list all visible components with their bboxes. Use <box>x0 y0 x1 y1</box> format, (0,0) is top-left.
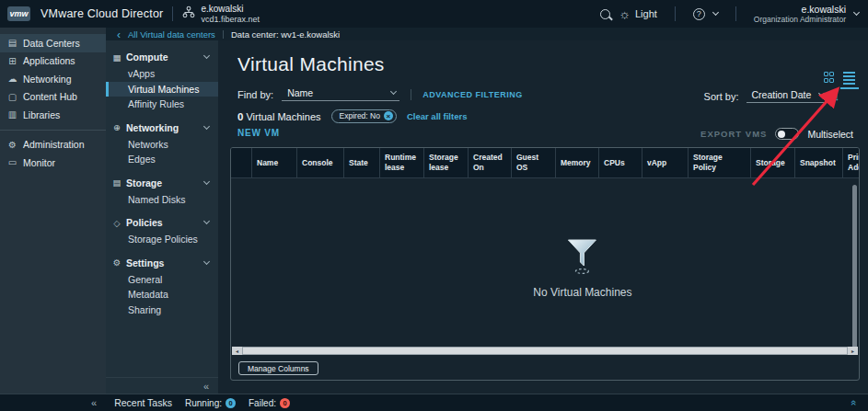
data-centers-icon: ▤ <box>7 38 17 48</box>
tree-item-virtual-machines[interactable]: Virtual Machines <box>106 82 218 97</box>
column-header-label: Name <box>257 158 278 168</box>
tree-item-edges[interactable]: Edges <box>106 152 218 167</box>
recent-tasks-bar: Recent Tasks Running: 0 Failed: 0 <box>0 394 868 411</box>
column-header-empty[interactable] <box>231 148 252 177</box>
settings-gear-icon: ⚙ <box>112 257 122 268</box>
column-header-name[interactable]: Name <box>252 148 297 177</box>
sort-by-select[interactable]: Creation Date <box>746 89 827 103</box>
sidebar-item-content-hub[interactable]: ▢Content Hub <box>0 88 106 107</box>
tree-section-label: Storage <box>126 177 200 188</box>
breadcrumb-back-icon[interactable] <box>117 26 121 42</box>
breadcrumb-divider <box>223 30 224 39</box>
column-header-storage[interactable]: Storage <box>751 148 795 177</box>
chevron-down-icon <box>203 257 210 264</box>
grid-view-icon[interactable] <box>824 72 835 83</box>
tree-item-affinity-rules[interactable]: Affinity Rules <box>106 97 218 112</box>
column-header-state[interactable]: State <box>344 148 380 177</box>
tree-item-networks[interactable]: Networks <box>106 137 218 153</box>
column-header-console[interactable]: Console <box>297 148 344 177</box>
collapse-sidebar-icon[interactable] <box>203 381 209 392</box>
divider <box>411 89 411 100</box>
find-by-select[interactable]: Name <box>282 87 399 101</box>
scroll-right-button[interactable] <box>848 347 858 355</box>
column-header-primary-ip-address[interactable]: Primary IP Address <box>843 148 859 177</box>
manage-columns-button[interactable]: Manage Columns <box>238 361 318 375</box>
column-header-vapp[interactable]: vApp <box>642 148 689 177</box>
content-hub-icon: ▢ <box>7 92 17 102</box>
tree-item-storage-policies[interactable]: Storage Policies <box>106 232 218 247</box>
filter-chip-expired[interactable]: Expired: No <box>331 109 397 123</box>
sidebar-item-data-centers[interactable]: ▤Data Centers <box>0 34 106 52</box>
column-header-storage-policy[interactable]: Storage Policy <box>689 148 751 177</box>
search-icon[interactable] <box>600 9 610 19</box>
tree-item-metadata[interactable]: Metadata <box>106 287 218 303</box>
failed-count-badge[interactable]: 0 <box>280 398 290 408</box>
primary-sidebar: ▤Data Centers⊞Applications☁Networking▢Co… <box>0 28 106 394</box>
chevron-down-icon <box>203 52 210 59</box>
column-header-memory[interactable]: Memory <box>556 148 599 177</box>
sidebar-item-libraries[interactable]: ▥Libraries <box>0 106 106 124</box>
breadcrumb-back-link[interactable]: All Virtual data centers <box>128 29 215 40</box>
user-menu-chevron-down-icon[interactable] <box>853 9 860 16</box>
export-vms-button[interactable]: EXPORT VMS <box>700 129 767 139</box>
tree-section-compute[interactable]: ▦Compute <box>106 48 218 66</box>
tree-item-general[interactable]: General <box>106 272 218 288</box>
vmware-logo[interactable]: vmw <box>7 6 30 21</box>
scrollbar-thumb[interactable] <box>242 347 848 355</box>
view-toggle <box>824 72 856 89</box>
theme-sun-icon[interactable] <box>619 6 631 22</box>
vertical-scrollbar[interactable] <box>852 185 857 350</box>
user-menu[interactable]: e.kowalski Organization Administrator <box>754 4 846 25</box>
vm-table-card: NameConsoleStateRuntime leaseStorage lea… <box>230 147 860 381</box>
sidebar-item-monitor[interactable]: ▭Monitor <box>0 154 106 172</box>
list-view-toggle[interactable] <box>843 72 855 89</box>
sidebar-item-networking[interactable]: ☁Networking <box>0 70 106 88</box>
theme-toggle-label[interactable]: Light <box>635 8 657 19</box>
help-chevron-down-icon[interactable] <box>712 9 719 16</box>
column-header-guest-os[interactable]: Guest OS <box>512 148 556 177</box>
column-header-snapshot[interactable]: Snapshot <box>795 148 843 177</box>
tree-section-networking[interactable]: ⊕Networking <box>106 119 218 137</box>
org-context[interactable]: e.kowalski vcd1.fiberax.net <box>201 4 260 25</box>
rail-divider <box>0 130 106 131</box>
horizontal-scrollbar[interactable] <box>232 347 858 355</box>
expand-tasks-icon[interactable] <box>849 400 860 405</box>
remove-filter-icon[interactable] <box>384 111 393 120</box>
tree-item-vapps[interactable]: vApps <box>106 66 218 82</box>
tree-item-named-disks[interactable]: Named Disks <box>106 192 218 208</box>
find-by-value: Name <box>287 87 313 98</box>
empty-state: No Virtual Machines <box>533 238 631 299</box>
failed-label: Failed: <box>249 398 276 408</box>
running-count-badge[interactable]: 0 <box>226 398 236 408</box>
recent-tasks-title[interactable]: Recent Tasks <box>114 397 172 408</box>
tree-section-storage[interactable]: ▤Storage <box>106 174 218 192</box>
clear-all-filters-link[interactable]: Clear all filters <box>407 111 467 121</box>
tree-section-settings[interactable]: ⚙Settings <box>106 254 218 272</box>
chevron-down-icon <box>203 122 210 129</box>
tree-item-sharing[interactable]: Sharing <box>106 303 218 318</box>
column-header-created-on[interactable]: Created On <box>469 148 512 177</box>
sidebar-item-administration[interactable]: ⚙Administration <box>0 136 106 154</box>
advanced-filtering-link[interactable]: ADVANCED FILTERING <box>422 90 523 99</box>
column-header-label: Storage Policy <box>693 153 746 172</box>
sort-direction-icon[interactable] <box>835 91 840 102</box>
sidebar-item-applications[interactable]: ⊞Applications <box>0 52 106 71</box>
tree-section-policies[interactable]: ◇Policies <box>106 213 218 232</box>
column-header-storage-lease[interactable]: Storage lease <box>424 148 469 177</box>
column-header-runtime-lease[interactable]: Runtime lease <box>380 148 424 177</box>
column-header-label: Snapshot <box>800 158 836 168</box>
help-icon[interactable] <box>693 8 705 20</box>
scroll-left-button[interactable] <box>232 347 242 355</box>
user-name: e.kowalski <box>754 4 846 16</box>
column-header-label: CPUs <box>604 158 625 168</box>
compute-grid-icon: ▦ <box>112 52 122 63</box>
secondary-sidebar: ▦ComputevAppsVirtual MachinesAffinity Ru… <box>106 40 218 394</box>
collapse-tasks-icon[interactable] <box>91 397 97 408</box>
new-vm-button[interactable]: NEW VM <box>237 128 280 138</box>
running-label: Running: <box>185 398 222 408</box>
multiselect-toggle[interactable] <box>775 128 799 140</box>
sidebar-item-label: Content Hub <box>23 91 77 102</box>
breadcrumb-current: Data center: wv1-e.kowalski <box>231 29 340 40</box>
find-by-label: Find by: <box>237 89 273 100</box>
column-header-cpus[interactable]: CPUs <box>599 148 642 177</box>
